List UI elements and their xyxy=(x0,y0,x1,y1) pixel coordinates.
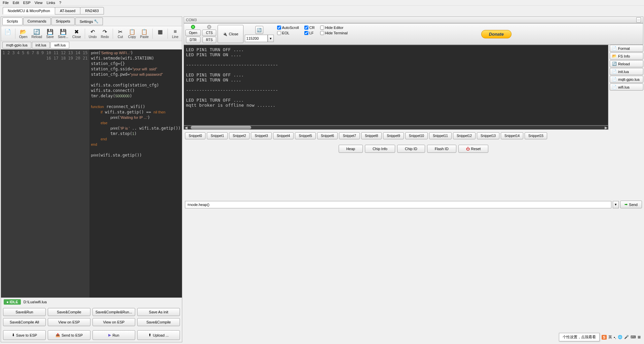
tray-grid-icon[interactable]: ⊞ xyxy=(638,335,641,339)
heap-button[interactable]: Heap xyxy=(339,145,363,153)
close-button[interactable]: ✖Close xyxy=(71,28,83,39)
snippet-button-7[interactable]: Snippet7 xyxy=(339,132,359,139)
snippet-button-0[interactable]: Snippet0 xyxy=(185,132,205,139)
snippet-button-11[interactable]: Snippet11 xyxy=(429,132,452,139)
subtab-settings[interactable]: Settings 🔧 xyxy=(75,18,103,25)
view-on-esp-2-button[interactable]: View on ESP xyxy=(92,318,135,326)
com-open-button[interactable]: Open xyxy=(185,30,201,36)
scroll-arrow-right-icon[interactable]: ▶ xyxy=(604,126,608,130)
snippet-button-8[interactable]: Snippet8 xyxy=(361,132,382,139)
fs-side-button-1[interactable]: 📂FS Info xyxy=(610,53,643,60)
snippet-button-12[interactable]: Snippet12 xyxy=(453,132,476,139)
snippet-button-3[interactable]: Snippet3 xyxy=(251,132,271,139)
fs-side-button-0[interactable]: 📄Format xyxy=(610,45,643,52)
baud-dropdown-button[interactable]: ▾ xyxy=(268,35,274,42)
chip-id-button[interactable]: Chip ID xyxy=(397,145,425,153)
terminal-output[interactable]: LED PIN1 TURN OFF .... LED PIN1 TURN ON … xyxy=(184,45,608,126)
send-button[interactable]: ➡Send xyxy=(620,201,642,208)
run-button[interactable]: ▶Run xyxy=(92,330,135,340)
snippet-button-13[interactable]: Snippet13 xyxy=(477,132,499,139)
tab-nodemcu[interactable]: NodeMCU & MicroPython xyxy=(3,7,55,14)
saveas-button[interactable]: 💾Save... xyxy=(56,28,70,39)
open-button[interactable]: 📂Open xyxy=(17,28,29,39)
fs-side-button-2[interactable]: 🔄Reload xyxy=(610,60,643,67)
block-button[interactable]: ▦ xyxy=(155,28,165,39)
undo-button[interactable]: ↶Undo xyxy=(87,28,99,39)
com-close-button[interactable]: 🔌 Close xyxy=(218,25,243,43)
menu-esp[interactable]: ESP xyxy=(23,1,31,5)
file-tab-init[interactable]: init.lua xyxy=(32,42,50,48)
copy-button[interactable]: 📋Copy xyxy=(126,28,138,39)
tray-keyboard-icon[interactable]: ⌨ xyxy=(631,335,636,339)
menu-file[interactable]: File xyxy=(3,1,9,5)
redo-button[interactable]: ↷Redo xyxy=(99,28,111,39)
panel-minimize-button[interactable]: ― xyxy=(636,18,641,22)
com-dtr-button[interactable]: DTR xyxy=(186,37,200,43)
new-file-button[interactable]: 📄 xyxy=(2,28,13,39)
menu-edit[interactable]: Edit xyxy=(13,1,19,5)
cut-button[interactable]: ✂Cut xyxy=(115,28,126,39)
fs-side-button-5[interactable]: 📄wifi.lua xyxy=(610,83,643,91)
com-cts-button[interactable]: CTS xyxy=(202,30,216,36)
save-button[interactable]: 💾Save xyxy=(44,28,55,39)
subtab-snippets[interactable]: Snippets xyxy=(51,18,75,25)
snippet-button-4[interactable]: Snippet4 xyxy=(273,132,294,139)
autoscroll-checkbox[interactable]: AutoScroll xyxy=(277,26,299,30)
flash-id-button[interactable]: Flash ID xyxy=(427,145,456,153)
tray-dot-icon[interactable]: •, xyxy=(614,335,616,339)
paste-button[interactable]: 📋Paste xyxy=(138,28,150,39)
tray-globe-icon[interactable]: 🌐 xyxy=(618,335,622,339)
snippet-button-5[interactable]: Snippet5 xyxy=(295,132,315,139)
file-tab-wifi[interactable]: wifi.lua xyxy=(50,42,69,48)
cr-checkbox[interactable]: CR xyxy=(304,26,315,30)
upload-button[interactable]: ⬆Upload ... xyxy=(137,330,180,340)
chip-info-button[interactable]: Chip Info xyxy=(365,145,395,153)
com-refresh-button[interactable]: 🔄 xyxy=(255,26,263,34)
lf-checkbox[interactable]: LF xyxy=(304,31,315,35)
baud-input[interactable] xyxy=(245,35,268,42)
fs-side-button-3[interactable]: 📄init.lua xyxy=(610,68,643,75)
snippet-button-6[interactable]: Snippet6 xyxy=(317,132,338,139)
save-compile-run-button[interactable]: Save&Compile&Run... xyxy=(92,308,135,316)
scroll-arrow-left-icon[interactable]: ◀ xyxy=(184,126,188,130)
tab-at[interactable]: AT-based xyxy=(55,7,80,14)
send-to-esp-button[interactable]: 📤Send to ESP xyxy=(48,330,90,340)
ime-lang-icon[interactable]: 英 xyxy=(608,335,612,340)
snippet-button-1[interactable]: Snippet1 xyxy=(207,132,227,139)
snippet-button-2[interactable]: Snippet2 xyxy=(229,132,250,139)
subtab-commands[interactable]: Commands xyxy=(23,18,51,25)
code-content[interactable]: print('Setting up WIFI...') wifi.setmode… xyxy=(89,49,182,298)
command-input[interactable] xyxy=(185,201,611,208)
tab-rn2483[interactable]: RN2483 xyxy=(80,7,104,14)
save-compile-2-button[interactable]: Save&Compile xyxy=(137,318,180,326)
file-tab-mqtt[interactable]: mqtt-gpio.lua xyxy=(2,42,31,48)
command-history-dropdown[interactable]: ▾ xyxy=(613,201,619,208)
terminal-h-scroll-thumb[interactable] xyxy=(191,126,251,129)
snippet-button-15[interactable]: Snippet15 xyxy=(525,132,547,139)
terminal-h-scrollbar[interactable]: ◀ ▶ xyxy=(184,126,608,130)
com-rts-button[interactable]: RTS xyxy=(202,37,217,43)
eol-checkbox[interactable]: EOL xyxy=(277,31,299,35)
menu-links[interactable]: Links xyxy=(46,1,55,5)
snippet-button-10[interactable]: Snippet10 xyxy=(405,132,428,139)
save-as-init-button[interactable]: Save As init xyxy=(137,308,180,316)
tray-mic-icon[interactable]: 🎤 xyxy=(624,335,629,339)
snippet-button-14[interactable]: Snippet14 xyxy=(501,132,523,139)
reload-button[interactable]: 🔄Reload xyxy=(30,28,44,39)
hide-terminal-checkbox[interactable]: Hide Terminal xyxy=(320,31,348,35)
ime-logo-icon[interactable]: S xyxy=(602,335,607,340)
save-to-esp-button[interactable]: ⬇Save to ESP xyxy=(3,330,46,340)
snippet-button-9[interactable]: Snippet9 xyxy=(383,132,404,139)
fs-side-button-4[interactable]: 📄mqtt-gpio.lua xyxy=(610,76,643,83)
line-button[interactable]: ≡Line xyxy=(170,28,181,39)
save-run-button[interactable]: Save&Run xyxy=(3,308,46,316)
view-on-esp-1-button[interactable]: View on ESP xyxy=(48,318,90,326)
hide-editor-checkbox[interactable]: Hide Editor xyxy=(320,26,348,30)
subtab-scripts[interactable]: Scripts xyxy=(2,18,23,25)
menu-view[interactable]: View xyxy=(35,1,43,5)
menu-help[interactable]: ? xyxy=(59,1,61,5)
reset-button[interactable]: ⏻Reset xyxy=(458,145,489,153)
donate-button[interactable]: Donate xyxy=(481,30,512,38)
save-compile-button[interactable]: Save&Compile xyxy=(48,308,90,316)
save-compile-all-button[interactable]: Save&Compile All xyxy=(3,318,46,326)
